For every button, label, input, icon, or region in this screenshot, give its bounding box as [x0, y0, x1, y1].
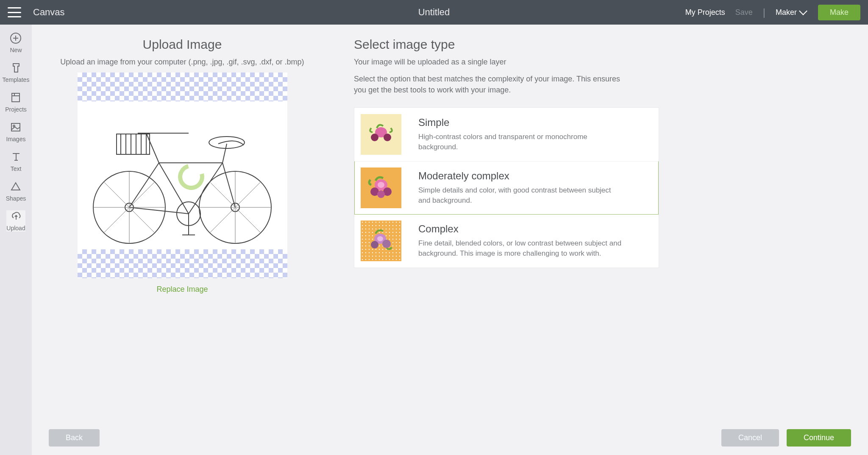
footer-bar: Back Cancel Continue: [32, 429, 868, 447]
image-type-options: Simple High-contrast colors and transpar…: [354, 107, 659, 268]
machine-label: Maker: [776, 8, 797, 17]
svg-line-48: [210, 207, 235, 233]
svg-point-62: [377, 236, 383, 241]
option-thumbnail: [361, 114, 401, 155]
select-title: Select image type: [354, 37, 659, 52]
option-thumbnail: [361, 221, 401, 261]
sidebar-item-label: Text: [11, 165, 22, 172]
sidebar-item-label: Templates: [3, 76, 30, 83]
select-subtitle-1: Your image will be uploaded as a single …: [354, 58, 659, 67]
sidebar-item-label: Shapes: [6, 195, 26, 202]
option-thumbnail: [361, 167, 401, 208]
option-moderately-complex[interactable]: Moderately complex Simple details and co…: [354, 161, 659, 215]
select-type-panel: Select image type Your image will be upl…: [354, 37, 659, 455]
svg-point-60: [377, 190, 385, 198]
svg-marker-11: [11, 183, 20, 190]
upload-panel: Upload Image Upload an image from your c…: [49, 37, 316, 455]
sidebar-item-upload[interactable]: Upload: [6, 210, 25, 232]
svg-rect-28: [117, 134, 150, 154]
svg-line-36: [129, 182, 155, 207]
sidebar-item-label: Projects: [5, 106, 27, 113]
sidebar-item-text[interactable]: Text: [10, 151, 22, 172]
preview-image: [78, 101, 287, 249]
sidebar: New Templates Projects Images Text Shape…: [0, 25, 32, 455]
svg-line-44: [235, 182, 261, 207]
svg-line-40: [104, 207, 129, 233]
svg-line-26: [146, 133, 159, 163]
top-bar: Canvas Untitled My Projects Save | Maker…: [0, 0, 868, 25]
upload-subtitle: Upload an image from your computer (.png…: [60, 58, 304, 67]
option-title: Simple: [418, 117, 622, 128]
option-desc: Fine detail, blended colors, or low cont…: [418, 238, 622, 259]
svg-line-42: [104, 182, 129, 207]
select-subtitle-2: Select the option that best matches the …: [354, 73, 625, 95]
save-button: Save: [735, 8, 753, 17]
document-title[interactable]: Untitled: [418, 7, 450, 18]
sidebar-item-templates[interactable]: Templates: [3, 62, 30, 83]
svg-line-46: [235, 207, 261, 233]
cancel-button[interactable]: Cancel: [721, 429, 779, 447]
my-projects-link[interactable]: My Projects: [685, 8, 725, 17]
svg-line-21: [129, 207, 189, 214]
sidebar-item-label: New: [10, 47, 22, 53]
option-complex[interactable]: Complex Fine detail, blended colors, or …: [354, 215, 659, 268]
continue-button[interactable]: Continue: [787, 429, 851, 447]
chevron-down-icon: [799, 7, 807, 15]
svg-line-38: [129, 207, 155, 233]
transparency-checker: [78, 249, 287, 278]
svg-point-64: [382, 240, 391, 248]
svg-line-24: [223, 144, 227, 163]
app-title: Canvas: [33, 7, 65, 18]
image-preview: [78, 73, 287, 278]
option-simple[interactable]: Simple High-contrast colors and transpar…: [354, 108, 659, 161]
svg-line-18: [129, 163, 159, 207]
svg-point-54: [371, 134, 378, 141]
transparency-checker: [78, 73, 287, 101]
make-button[interactable]: Make: [818, 5, 860, 20]
sidebar-item-label: Images: [6, 136, 26, 142]
machine-dropdown[interactable]: Maker: [776, 8, 806, 17]
svg-rect-3: [12, 93, 19, 102]
back-button[interactable]: Back: [49, 429, 100, 447]
sidebar-item-shapes[interactable]: Shapes: [6, 181, 26, 202]
replace-image-link[interactable]: Replace Image: [156, 285, 208, 294]
option-title: Moderately complex: [418, 170, 622, 182]
option-desc: High-contrast colors and transparent or …: [418, 132, 622, 152]
upload-title: Upload Image: [143, 37, 222, 52]
sidebar-item-new[interactable]: New: [10, 32, 22, 53]
svg-point-63: [371, 241, 378, 248]
option-desc: Simple details and color, with good cont…: [418, 185, 622, 206]
svg-point-55: [384, 134, 391, 141]
separator: |: [763, 6, 765, 18]
sidebar-item-images[interactable]: Images: [6, 121, 26, 142]
svg-line-20: [223, 163, 235, 207]
menu-icon[interactable]: [8, 7, 21, 17]
sidebar-item-projects[interactable]: Projects: [5, 92, 27, 113]
sidebar-item-label: Upload: [6, 225, 25, 232]
main-content: Upload Image Upload an image from your c…: [32, 25, 868, 455]
svg-point-57: [378, 182, 384, 188]
option-title: Complex: [418, 223, 622, 235]
